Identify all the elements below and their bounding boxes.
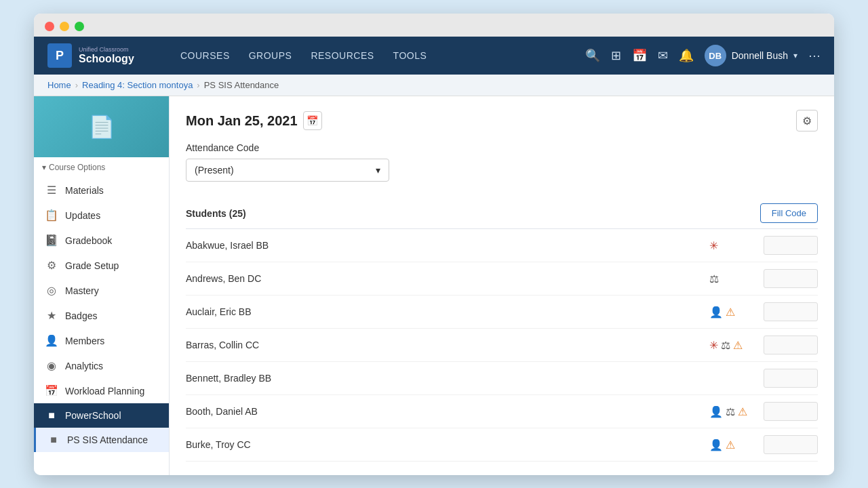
person-icon: 👤 xyxy=(709,306,723,319)
student-code-input[interactable] xyxy=(764,302,818,321)
main-content: Mon Jan 25, 2021 📅 ⚙ Attendance Code (Pr… xyxy=(170,96,834,475)
student-name: Abakwue, Israel BB xyxy=(186,240,709,251)
student-code-input[interactable] xyxy=(764,435,818,454)
sidebar-item-grade-setup[interactable]: ⚙ Grade Setup xyxy=(34,253,169,278)
nav-courses[interactable]: COURSES xyxy=(172,46,238,65)
course-thumbnail: 📄 xyxy=(34,96,169,157)
student-code-input[interactable] xyxy=(764,269,818,288)
sidebar-item-ps-sis-attendance[interactable]: ■ PS SIS Attendance xyxy=(34,428,169,452)
course-options[interactable]: ▾ Course Options xyxy=(34,157,169,178)
table-row: Burke, Troy CC 👤 ⚠ xyxy=(186,428,818,462)
sidebar-item-workload[interactable]: 📅 Workload Planning xyxy=(34,378,169,403)
search-icon[interactable]: 🔍 xyxy=(585,48,600,63)
sidebar-item-mastery[interactable]: ◎ Mastery xyxy=(34,278,169,303)
collapse-icon: ▾ xyxy=(42,163,46,172)
attendance-code-label: Attendance Code xyxy=(186,142,818,153)
fill-code-button[interactable]: Fill Code xyxy=(760,203,818,223)
powerschool-icon: ■ xyxy=(45,409,58,422)
members-icon: 👤 xyxy=(45,334,58,347)
breadcrumb-section[interactable]: Reading 4: Section montoya xyxy=(82,80,193,90)
date-title: Mon Jan 25, 2021 📅 xyxy=(186,111,322,130)
person-icon: 👤 xyxy=(709,439,723,451)
browser-window: P Unified Classroom Schoology COURSES GR… xyxy=(34,14,834,475)
grade-setup-icon: ⚙ xyxy=(45,259,58,272)
close-dot[interactable] xyxy=(45,22,54,31)
nav-resources[interactable]: RESOURCES xyxy=(302,46,382,65)
user-name: Donnell Bush xyxy=(732,50,788,61)
grid-icon[interactable]: ⊞ xyxy=(611,48,621,63)
breadcrumb: Home › Reading 4: Section montoya › PS S… xyxy=(34,75,834,96)
breadcrumb-home[interactable]: Home xyxy=(47,80,71,90)
sidebar-label-grade-setup: Grade Setup xyxy=(65,260,119,271)
sidebar-label-workload: Workload Planning xyxy=(65,386,144,396)
medical-icon: ✳ xyxy=(709,339,718,352)
student-code-input[interactable] xyxy=(764,369,818,388)
table-row: Booth, Daniel AB 👤 ⚖ ⚠ xyxy=(186,395,818,428)
avatar: DB xyxy=(705,45,726,66)
sidebar-label-ps-sis-attendance: PS SIS Attendance xyxy=(67,434,148,445)
sidebar-label-analytics: Analytics xyxy=(65,361,103,371)
materials-icon: ☰ xyxy=(45,184,58,197)
table-row: Bennett, Bradley BB xyxy=(186,362,818,395)
calendar-icon[interactable]: 📅 xyxy=(632,48,647,63)
user-area[interactable]: DB Donnell Bush ▾ xyxy=(705,45,797,66)
student-icons: 👤 ⚠ xyxy=(709,439,764,451)
breadcrumb-current: PS SIS Attendance xyxy=(204,80,279,90)
settings-button[interactable]: ⚙ xyxy=(796,110,818,131)
mastery-icon: ◎ xyxy=(45,284,58,297)
person-icon: 👤 xyxy=(709,405,723,418)
medical-icon: ✳ xyxy=(709,239,718,252)
nav-icons: 🔍 ⊞ 📅 ✉ 🔔 DB Donnell Bush ▾ ⋯ xyxy=(585,45,821,66)
sidebar-item-members[interactable]: 👤 Members xyxy=(34,328,169,353)
gradebook-icon: 📓 xyxy=(45,234,58,247)
badges-icon: ★ xyxy=(45,309,58,322)
table-row: Barras, Collin CC ✳ ⚖ ⚠ xyxy=(186,329,818,362)
course-options-label: Course Options xyxy=(49,163,105,172)
student-code-input[interactable] xyxy=(764,236,818,255)
attendance-code-dropdown[interactable]: (Present) ▾ xyxy=(186,159,389,182)
sidebar-label-powerschool: PowerSchool xyxy=(65,410,121,421)
mail-icon[interactable]: ✉ xyxy=(658,48,668,63)
minimize-dot[interactable] xyxy=(60,22,69,31)
chevron-down-icon: ▾ xyxy=(793,51,797,60)
sidebar-item-analytics[interactable]: ◉ Analytics xyxy=(34,353,169,378)
warning-icon: ⚠ xyxy=(738,405,747,418)
breadcrumb-sep-1: › xyxy=(75,80,78,90)
nav-tools[interactable]: TOOLS xyxy=(385,46,435,65)
logo-icon: P xyxy=(47,43,72,68)
sidebar-item-powerschool[interactable]: ■ PowerSchool xyxy=(34,403,169,428)
logo-area: P Unified Classroom Schoology xyxy=(47,43,156,68)
law-icon: ⚖ xyxy=(709,272,719,285)
logo-sub: Unified Classroom xyxy=(79,46,134,53)
apps-icon[interactable]: ⋯ xyxy=(808,48,821,63)
sidebar-item-badges[interactable]: ★ Badges xyxy=(34,303,169,328)
attendance-section: Attendance Code (Present) ▾ xyxy=(186,142,818,182)
bell-icon[interactable]: 🔔 xyxy=(679,48,694,63)
sidebar-label-members: Members xyxy=(65,336,104,346)
sidebar-label-materials: Materials xyxy=(65,185,104,196)
updates-icon: 📋 xyxy=(45,209,58,222)
nav-groups[interactable]: GROUPS xyxy=(241,46,300,65)
table-row: Abakwue, Israel BB ✳ xyxy=(186,229,818,262)
student-name: Auclair, Eric BB xyxy=(186,306,709,317)
maximize-dot[interactable] xyxy=(75,22,84,31)
sidebar-item-updates[interactable]: 📋 Updates xyxy=(34,203,169,228)
law-icon: ⚖ xyxy=(726,405,735,418)
student-code-input[interactable] xyxy=(764,402,818,421)
attendance-code-value: (Present) xyxy=(195,165,234,176)
date-text: Mon Jan 25, 2021 xyxy=(186,113,298,129)
student-icons: ✳ xyxy=(709,239,764,252)
dropdown-chevron-icon: ▾ xyxy=(376,165,380,176)
sidebar-item-gradebook[interactable]: 📓 Gradebook xyxy=(34,228,169,253)
student-name: Andrews, Ben DC xyxy=(186,273,709,284)
student-code-input[interactable] xyxy=(764,336,818,354)
warning-icon: ⚠ xyxy=(726,439,735,451)
sidebar: 📄 ▾ Course Options ☰ Materials 📋 Updates… xyxy=(34,96,170,475)
nav-links: COURSES GROUPS RESOURCES TOOLS xyxy=(172,46,569,65)
student-icons: ⚖ xyxy=(709,272,764,285)
table-row: Auclair, Eric BB 👤 ⚠ xyxy=(186,296,818,329)
sidebar-item-materials[interactable]: ☰ Materials xyxy=(34,178,169,203)
student-name: Burke, Troy CC xyxy=(186,439,709,450)
calendar-picker-icon[interactable]: 📅 xyxy=(303,111,322,130)
sidebar-label-mastery: Mastery xyxy=(65,285,99,296)
